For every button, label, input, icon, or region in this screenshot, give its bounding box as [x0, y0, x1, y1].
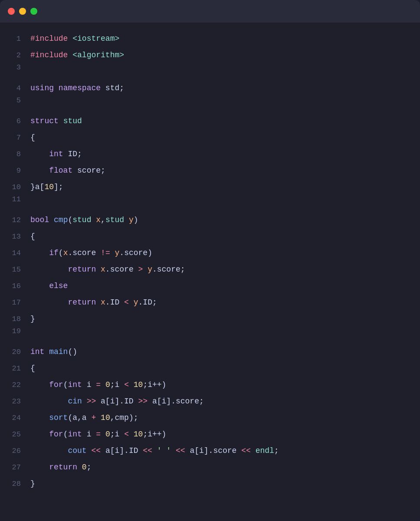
line-content: } — [30, 311, 420, 327]
line-content: #include <iostream> — [30, 30, 420, 47]
code-line-4: 4 using namespace std; — [0, 80, 420, 96]
line-content: }a[10]; — [30, 179, 420, 195]
line-number: 15 — [0, 265, 30, 274]
code-line-28: 28 } — [0, 475, 420, 492]
line-content: cout << a[i].ID << ' ' << a[i].score << … — [30, 442, 420, 459]
code-line-16: 16 else — [0, 278, 420, 294]
line-number: 19 — [0, 327, 30, 335]
line-content: return x.ID < y.ID; — [30, 294, 420, 311]
line-content: for(int i = 0;i < 10;i++) — [30, 426, 420, 442]
line-content: sort(a,a + 10,cmp); — [30, 410, 420, 426]
line-number: 11 — [0, 195, 30, 203]
code-line-11: 11 — [0, 195, 420, 212]
line-number: 16 — [0, 282, 30, 290]
line-number: 6 — [0, 117, 30, 125]
line-number: 23 — [0, 397, 30, 406]
code-line-23: 23 cin >> a[i].ID >> a[i].score; — [0, 393, 420, 410]
code-line-2: 2 #include <algorithm> — [0, 47, 420, 63]
line-number: 20 — [0, 348, 30, 356]
code-line-13: 13 { — [0, 228, 420, 245]
line-content: } — [30, 475, 420, 492]
line-number: 27 — [0, 463, 30, 472]
line-number: 10 — [0, 183, 30, 191]
line-number: 5 — [0, 96, 30, 105]
line-number: 8 — [0, 150, 30, 158]
line-number: 28 — [0, 480, 30, 488]
line-content: for(int i = 0;i < 10;i++) — [30, 377, 420, 393]
code-line-9: 9 float score; — [0, 162, 420, 179]
line-content: cin >> a[i].ID >> a[i].score; — [30, 393, 420, 410]
line-number: 17 — [0, 298, 30, 307]
code-line-26: 26 cout << a[i].ID << ' ' << a[i].score … — [0, 442, 420, 459]
line-number: 25 — [0, 430, 30, 439]
line-content: { — [30, 360, 420, 377]
minimize-button[interactable] — [19, 8, 26, 15]
line-number: 21 — [0, 364, 30, 373]
line-number: 9 — [0, 167, 30, 175]
code-line-20: 20 int main() — [0, 344, 420, 360]
line-content: struct stud — [30, 113, 420, 129]
close-button[interactable] — [8, 8, 15, 15]
line-content: { — [30, 228, 420, 245]
titlebar — [0, 0, 420, 23]
line-number: 24 — [0, 414, 30, 422]
line-number: 1 — [0, 35, 30, 43]
line-number: 4 — [0, 84, 30, 92]
line-number: 22 — [0, 381, 30, 389]
code-line-24: 24 sort(a,a + 10,cmp); — [0, 410, 420, 426]
code-line-6: 6 struct stud — [0, 113, 420, 129]
line-content: bool cmp(stud x,stud y) — [30, 212, 420, 228]
code-line-27: 27 return 0; — [0, 459, 420, 475]
line-content: #include <algorithm> — [30, 47, 420, 63]
line-number: 13 — [0, 233, 30, 241]
line-number: 18 — [0, 315, 30, 323]
line-number: 26 — [0, 447, 30, 455]
line-content: float score; — [30, 162, 420, 179]
code-line-19: 19 — [0, 327, 420, 344]
code-line-15: 15 return x.score > y.score; — [0, 261, 420, 278]
line-content: return 0; — [30, 459, 420, 475]
code-editor: 1 #include <iostream> 2 #include <algori… — [0, 23, 420, 500]
code-line-22: 22 for(int i = 0;i < 10;i++) — [0, 377, 420, 393]
line-number: 2 — [0, 51, 30, 59]
maximize-button[interactable] — [30, 8, 37, 15]
code-line-3: 3 — [0, 63, 420, 80]
code-line-18: 18 } — [0, 311, 420, 327]
line-number: 3 — [0, 63, 30, 72]
code-line-14: 14 if(x.score != y.score) — [0, 245, 420, 261]
code-line-21: 21 { — [0, 360, 420, 377]
line-number: 7 — [0, 134, 30, 142]
line-content: using namespace std; — [30, 80, 420, 96]
code-line-25: 25 for(int i = 0;i < 10;i++) — [0, 426, 420, 442]
code-line-8: 8 int ID; — [0, 146, 420, 162]
line-content: int ID; — [30, 146, 420, 162]
code-line-7: 7 { — [0, 129, 420, 146]
line-content: return x.score > y.score; — [30, 261, 420, 278]
line-content: int main() — [30, 344, 420, 360]
line-number: 12 — [0, 216, 30, 224]
code-line-17: 17 return x.ID < y.ID; — [0, 294, 420, 311]
code-line-12: 12 bool cmp(stud x,stud y) — [0, 212, 420, 228]
line-content: { — [30, 129, 420, 146]
line-number: 14 — [0, 249, 30, 257]
window: 1 #include <iostream> 2 #include <algori… — [0, 0, 420, 521]
code-line-10: 10 }a[10]; — [0, 179, 420, 195]
code-line-5: 5 — [0, 96, 420, 113]
line-content: if(x.score != y.score) — [30, 245, 420, 261]
code-line-1: 1 #include <iostream> — [0, 30, 420, 47]
line-content: else — [30, 278, 420, 294]
